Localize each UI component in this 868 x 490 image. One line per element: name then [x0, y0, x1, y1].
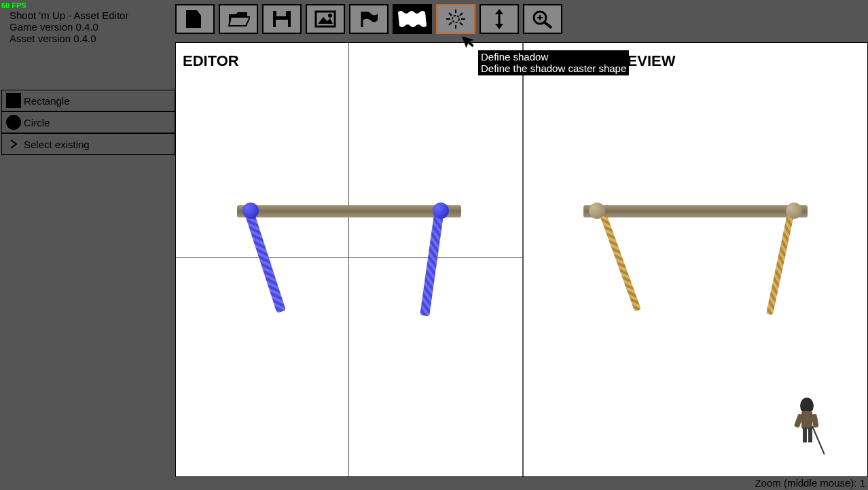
app-title: Shoot 'm Up - Asset Editor	[1, 10, 128, 21]
flag-icon	[357, 9, 380, 29]
svg-marker-20	[495, 24, 503, 29]
preview-sprite	[577, 203, 814, 318]
open-button[interactable]	[219, 4, 258, 34]
tooltip-title: Define shadow	[481, 52, 626, 63]
sidebar-item-rectangle[interactable]: Rectangle	[1, 90, 175, 111]
svg-line-14	[449, 13, 452, 16]
game-version: Game version 0.4.0	[1, 21, 128, 33]
image-icon	[314, 9, 337, 29]
open-folder-icon	[227, 9, 250, 29]
tooltip-desc: Define the shadow caster shape	[481, 63, 626, 75]
save-button[interactable]	[262, 4, 302, 34]
toolbar	[175, 4, 562, 34]
zoom-button[interactable]	[523, 4, 562, 34]
svg-rect-3	[276, 11, 286, 16]
tooltip: Define shadow Define the shadow caster s…	[478, 50, 629, 75]
zoom-status: Zoom (middle mouse): 1	[755, 477, 865, 489]
svg-line-17	[460, 13, 463, 16]
sidebar-item-label: Circle	[24, 117, 50, 128]
svg-marker-6	[318, 17, 333, 24]
sidebar-item-select-existing[interactable]: Select existing	[1, 133, 175, 155]
shape-sidebar: Rectangle Circle Select existing	[1, 90, 175, 155]
flip-vertical-icon	[490, 7, 509, 31]
svg-rect-4	[276, 20, 288, 27]
svg-rect-30	[808, 427, 812, 442]
zoom-icon	[530, 8, 555, 30]
chevron-right-icon	[6, 139, 21, 150]
shadow-sun-icon	[442, 7, 469, 31]
save-disk-icon	[270, 9, 293, 29]
svg-marker-19	[495, 9, 503, 14]
status-bar: Zoom (middle mouse): 1	[755, 477, 865, 489]
app-info: 60 FPS Shoot 'm Up - Asset Editor Game v…	[1, 1, 128, 44]
svg-rect-26	[801, 411, 812, 429]
svg-marker-32	[462, 33, 476, 49]
sidebar-item-label: Select existing	[24, 139, 90, 150]
image-button[interactable]	[306, 4, 345, 34]
panel-divider	[522, 43, 524, 476]
circle-icon	[6, 115, 21, 130]
sidebar-item-label: Rectangle	[24, 95, 70, 107]
svg-line-16	[449, 22, 452, 25]
rectangle-icon	[6, 93, 21, 108]
editor-sprite[interactable]	[230, 203, 468, 318]
svg-line-22	[545, 22, 551, 28]
shadow-button[interactable]	[436, 4, 475, 34]
flip-vertical-button[interactable]	[480, 4, 519, 34]
flag-button[interactable]	[349, 4, 388, 34]
sidebar-item-circle[interactable]: Circle	[1, 111, 175, 133]
pattern-button[interactable]	[393, 4, 432, 34]
svg-point-7	[328, 14, 332, 18]
svg-point-9	[452, 16, 459, 22]
pattern-icon	[395, 7, 429, 31]
svg-rect-28	[811, 413, 818, 427]
editor-panel-label: EDITOR	[183, 52, 239, 70]
new-button[interactable]	[175, 4, 215, 34]
svg-line-15	[460, 22, 463, 25]
new-file-icon	[183, 9, 206, 29]
asset-version: Asset version 0.4.0	[1, 33, 128, 44]
svg-rect-0	[186, 10, 201, 28]
preview-player-sprite	[791, 396, 818, 444]
fps-counter: 60 FPS	[1, 1, 128, 10]
svg-rect-29	[803, 427, 807, 442]
canvas-area[interactable]: EDITOR PREVIEW	[175, 42, 868, 477]
svg-line-31	[812, 426, 825, 455]
